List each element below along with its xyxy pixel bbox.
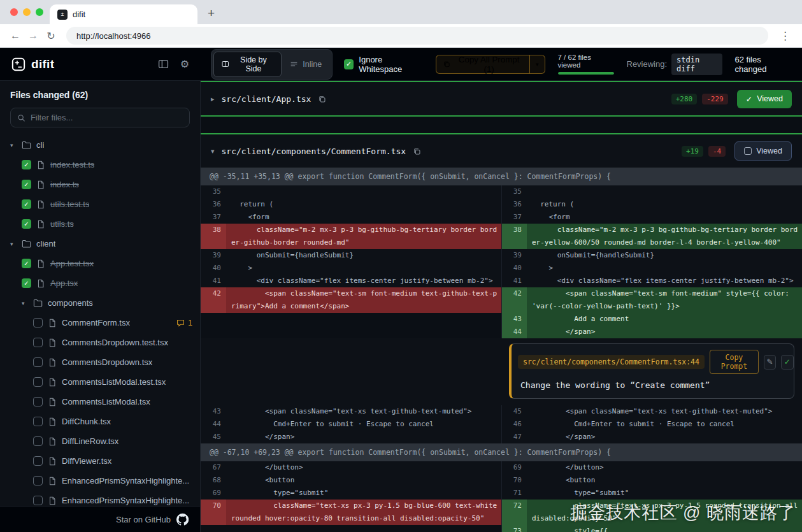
new-line-code: </button> [527,461,802,474]
diff-row[interactable]: 70 className="text-xs px-3 py-1.5 bg-blu… [201,500,802,525]
copy-prompt-dropdown-button[interactable]: ▾ [529,55,545,73]
zoom-window-button[interactable] [36,8,43,16]
diff-row[interactable]: 39 onSubmit={handleSubmit} 39 onSubmit={… [201,249,802,262]
tree-file-row[interactable]: ✓ index.test.ts [0,155,200,175]
comment-body: Change the wording to “Create comment” [512,377,794,398]
diff-row[interactable]: 44 Cmd+Enter to submit · Escape to cance… [201,418,802,431]
reload-icon[interactable]: ↻ [42,30,60,42]
viewed-checkbox[interactable] [33,357,43,367]
viewed-checkbox[interactable] [33,397,43,406]
viewed-checkbox[interactable]: ✓ [22,160,31,169]
settings-gear-icon[interactable]: ⚙ [180,58,189,70]
url-bar[interactable]: http://localhost:4966 [66,27,768,45]
minimize-window-button[interactable] [23,8,31,16]
diff-row[interactable]: 41 <div className="flex items-center jus… [201,275,802,287]
viewed-checkbox[interactable]: ✓ [22,278,31,288]
old-line-number [201,338,226,405]
edit-comment-button[interactable]: ✎ [764,355,776,370]
tree-folder-row[interactable]: ▾ components [0,293,200,313]
browser-menu-icon[interactable]: ⋮ [775,29,796,43]
viewed-checkbox[interactable] [33,476,43,485]
file-card-app-tsx: ▸ src/client/App.tsx +280 -229 ✓ Viewed [201,81,802,117]
diff-row[interactable]: 67 </button> 69 </button> [201,461,802,474]
viewed-toggle-button[interactable]: Viewed [734,141,792,161]
viewed-checkbox[interactable] [33,417,43,426]
resolve-comment-button[interactable]: ✓ [781,355,793,370]
filter-files-input[interactable] [31,113,183,122]
diff-row[interactable]: 37 <form 37 <form [201,211,802,224]
diff-row[interactable]: 73 style={{ [201,525,802,532]
viewed-label: Viewed [756,147,782,155]
diff-row[interactable]: 68 <button 70 <button [201,474,802,487]
viewed-checkbox[interactable]: ✓ [22,199,31,209]
copy-path-icon[interactable] [413,147,421,155]
new-line-number: 71 [501,487,527,500]
difit-favicon-icon: ± [57,10,68,20]
old-line-code: > [226,262,501,275]
file-header[interactable]: ▾ src/client/components/CommentForm.tsx … [201,134,802,168]
inline-toggle[interactable]: Inline [282,52,330,77]
file-path: src/client/components/CommentForm.tsx [222,147,406,156]
old-line-number: 70 [201,500,226,525]
side-by-side-toggle[interactable]: Side by Side [213,52,282,77]
new-line-code: className="m-2 mx-3 p-3 bg-github-bg-ter… [527,224,802,249]
viewed-checkbox[interactable]: ✓ [22,259,31,268]
back-icon[interactable]: ← [6,30,24,41]
diff-row[interactable]: 44 </span> [201,326,802,338]
diff-row[interactable]: 40 > 40 > [201,262,802,275]
viewed-toggle-button[interactable]: ✓ Viewed [737,90,792,108]
viewed-checkbox[interactable]: ✓ [22,219,31,229]
inline-icon [290,60,298,68]
diff-row[interactable]: 42 <span className="text-sm font-medium … [201,287,802,313]
tree-file-row[interactable]: CommentsDropdown.test.tsx [0,333,200,352]
viewed-checkbox[interactable] [33,456,43,466]
browser-tab[interactable]: ± difit [50,4,197,24]
diff-row[interactable]: 36 return ( 36 return ( [201,198,802,211]
tree-file-row[interactable]: DiffLineRow.tsx [0,431,200,451]
viewed-checkbox[interactable] [33,338,43,347]
diff-row[interactable]: 43 <span className="text-xs text-github-… [201,405,802,418]
diff-row[interactable]: 69 type="submit" 71 type="submit" [201,487,802,500]
viewed-checkbox[interactable] [33,318,43,327]
tree-file-row[interactable]: CommentsDropdown.tsx [0,352,200,372]
tree-folder-row[interactable]: ▾ client [0,234,200,254]
diff-row[interactable]: 45 </span> 47 </span> [201,431,802,443]
tree-file-row[interactable]: DiffChunk.tsx [0,412,200,431]
viewed-checkbox[interactable] [33,436,43,446]
tree-file-row[interactable]: CommentsListModal.tsx [0,392,200,412]
diff-row[interactable]: 38 className="m-2 mx-3 p-3 bg-github-bg-… [201,224,802,249]
tree-file-row[interactable]: ✓ utils.test.ts [0,194,200,214]
diff-row[interactable]: 35 35 [201,185,802,198]
file-header[interactable]: ▸ src/client/App.tsx +280 -229 ✓ Viewed [201,82,802,115]
new-line-number: 42 [501,287,527,313]
copy-all-prompt-button[interactable]: Copy All Prompt (1) [436,55,529,73]
tree-file-row[interactable]: ✓ utils.ts [0,214,200,234]
tree-file-row[interactable]: CommentForm.tsx 1 [0,313,200,333]
tree-file-row[interactable]: EnhancedPrismSyntaxHighlighte... [0,471,200,491]
sidebar-toggle-icon[interactable] [158,59,169,69]
tree-folder-row[interactable]: ▾ cli [0,135,200,155]
new-line-code: <div className="flex items-center justif… [527,275,802,287]
tree-file-row[interactable]: ✓ App.test.tsx [0,254,200,273]
old-line-number [201,326,226,338]
tree-file-row[interactable]: DiffViewer.tsx [0,451,200,471]
viewed-checkbox[interactable]: ✓ [22,180,31,189]
folder-icon [33,298,43,308]
sidebar-footer[interactable]: Star on GitHub [0,506,200,532]
tree-file-row[interactable]: CommentsListModal.test.tsx [0,372,200,392]
file-name: App.tsx [50,278,78,288]
viewed-checkbox[interactable] [33,496,43,505]
reviewing-label: Reviewing: [627,59,668,69]
tree-file-row[interactable]: ✓ index.ts [0,175,200,194]
viewed-checkbox[interactable] [33,377,43,387]
copy-prompt-button[interactable]: Copy Prompt [710,350,759,374]
forward-icon[interactable]: → [24,30,42,41]
close-window-button[interactable] [10,8,18,16]
copy-path-icon[interactable] [318,95,326,103]
tab-title: difit [73,10,85,19]
tree-file-row[interactable]: ✓ App.tsx [0,273,200,293]
diff-row[interactable]: 43 Add a comment [201,313,802,326]
ignore-whitespace-checkbox[interactable]: ✓ Ignore Whitespace [344,55,424,74]
old-line-code: <form [226,211,501,224]
new-tab-button[interactable]: + [208,7,215,19]
